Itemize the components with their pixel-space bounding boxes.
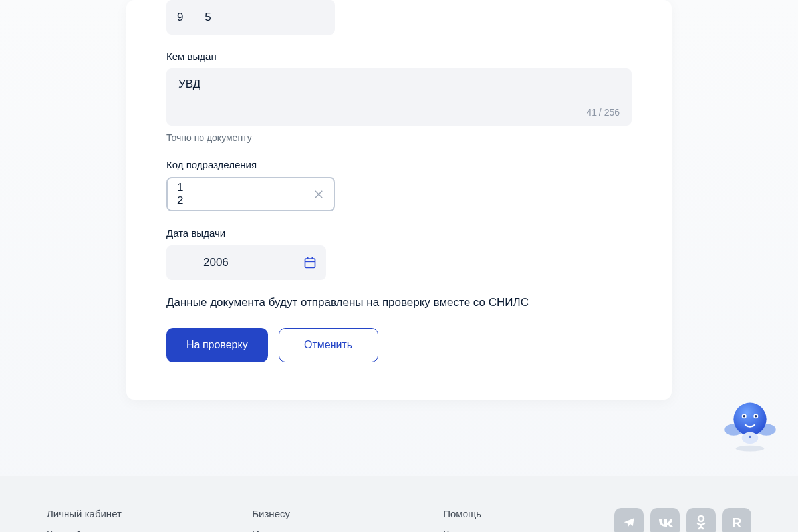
calendar-icon[interactable]: [303, 256, 317, 269]
footer-link-contacts[interactable]: Контакты: [443, 529, 486, 532]
svg-point-16: [698, 516, 704, 521]
footer-link-account[interactable]: Личный кабинет: [47, 508, 124, 519]
dept-code-group: Код подразделения 1 2: [166, 159, 632, 211]
social-ok[interactable]: [686, 508, 716, 532]
form-card: 9 5 Кем выдан УВД 41 / 256 Точно по доку…: [126, 0, 672, 400]
footer-col-1: Личный кабинет Как найти услугу: [47, 508, 124, 532]
chatbot-icon: [721, 396, 779, 454]
footer-col-2: Бизнесу Иностранцам: [252, 508, 315, 532]
telegram-icon: [622, 516, 636, 529]
footer-link-business[interactable]: Бизнесу: [252, 508, 315, 519]
issued-by-hint: Точно по документу: [166, 132, 632, 143]
text-cursor: [186, 194, 186, 207]
vk-icon: [657, 518, 673, 527]
top-numeric-input[interactable]: 9 5: [166, 0, 335, 35]
issue-date-value: 2006: [203, 256, 229, 269]
cancel-button[interactable]: Отменить: [279, 328, 378, 362]
char-count: 41 / 256: [178, 107, 620, 118]
footer-link-find-service[interactable]: Как найти услугу: [47, 529, 124, 532]
social-vk[interactable]: [650, 508, 680, 532]
issue-date-group: Дата выдачи 2006: [166, 227, 632, 280]
issue-date-label: Дата выдачи: [166, 227, 632, 239]
footer-link-foreigners[interactable]: Иностранцам: [252, 529, 315, 532]
issued-by-label: Кем выдан: [166, 51, 632, 62]
footer: Личный кабинет Как найти услугу Бизнесу …: [0, 476, 798, 532]
top-value: 9 5: [177, 11, 221, 24]
svg-point-6: [736, 446, 764, 452]
ok-icon: [696, 515, 706, 530]
dept-code-input[interactable]: 1 2: [166, 177, 335, 211]
social-telegram[interactable]: [614, 508, 644, 532]
r-icon: R: [732, 515, 741, 531]
social-row: R: [614, 508, 751, 532]
svg-point-9: [733, 403, 766, 436]
issue-date-input[interactable]: 2006: [166, 245, 326, 280]
issued-by-input[interactable]: УВД 41 / 256: [166, 68, 632, 126]
svg-point-15: [749, 436, 751, 438]
submit-button[interactable]: На проверку: [166, 328, 268, 362]
button-row: На проверку Отменить: [166, 328, 632, 362]
svg-rect-2: [305, 259, 315, 267]
issued-by-group: Кем выдан УВД 41 / 256 Точно по документ…: [166, 51, 632, 143]
top-field-group: 9 5: [166, 0, 632, 35]
submit-info: Данные документа будут отправлены на про…: [166, 296, 632, 309]
social-r[interactable]: R: [722, 508, 751, 532]
footer-link-help[interactable]: Помощь: [443, 508, 486, 519]
svg-point-13: [755, 415, 757, 418]
chatbot-widget[interactable]: [721, 396, 779, 457]
footer-col-3: Помощь Контакты: [443, 508, 486, 532]
issued-by-value: УВД: [178, 78, 620, 94]
clear-icon[interactable]: [313, 188, 325, 200]
svg-point-12: [743, 415, 745, 418]
dept-code-value: 1 2: [177, 181, 192, 207]
dept-code-label: Код подразделения: [166, 159, 632, 170]
